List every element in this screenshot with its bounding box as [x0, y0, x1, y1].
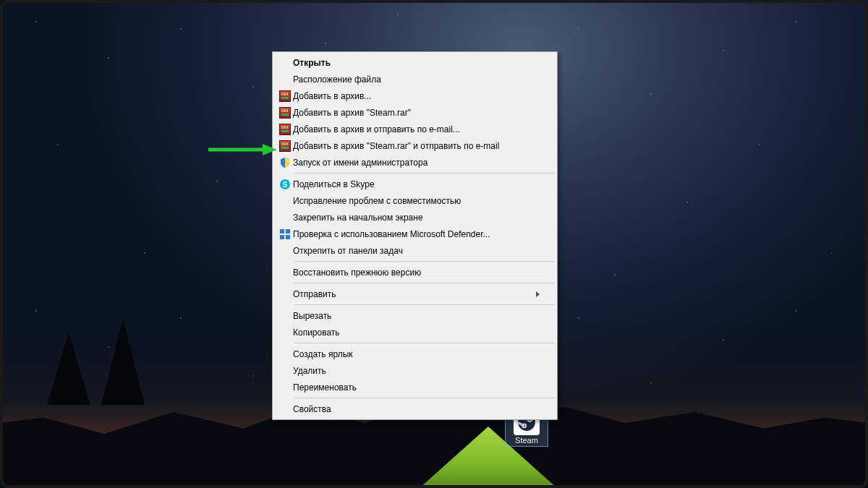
menu-icon-blank — [277, 364, 293, 377]
menu-icon-blank — [277, 266, 293, 279]
menu-item-label: Отправить — [293, 289, 536, 299]
menu-item-label: Переименовать — [293, 382, 540, 393]
menu-item[interactable]: Запуск от имени администратора — [274, 154, 556, 171]
menu-item-label: Копировать — [293, 328, 540, 338]
menu-icon-blank — [277, 211, 293, 224]
menu-icon-blank — [277, 348, 293, 361]
menu-separator — [294, 173, 555, 174]
menu-item-label: Добавить в архив "Steam.rar" — [293, 108, 540, 118]
menu-icon-blank — [277, 288, 293, 301]
menu-separator — [294, 343, 555, 343]
menu-item-label: Восстановить прежнюю версию — [293, 267, 540, 278]
winrar-icon — [277, 106, 293, 119]
menu-icon-blank — [277, 403, 293, 416]
menu-item-label: Поделиться в Skype — [293, 179, 540, 189]
menu-item[interactable]: Удалить — [274, 362, 556, 379]
menu-icon-blank — [277, 194, 293, 207]
menu-item-label: Свойства — [293, 404, 540, 414]
menu-item[interactable]: Проверка с использованием Microsoft Defe… — [274, 226, 556, 242]
menu-item-label: Добавить в архив... — [293, 91, 540, 101]
chevron-right-icon — [536, 291, 540, 297]
menu-item[interactable]: Свойства — [274, 401, 556, 417]
annotation-arrow — [205, 142, 277, 157]
menu-item[interactable]: Вырезать — [274, 307, 556, 324]
menu-item[interactable]: Добавить в архив "Steam.rar" и отправить… — [274, 137, 556, 154]
menu-item-label: Исправление проблем с совместимостью — [293, 196, 540, 206]
menu-item-label: Проверка с использованием Microsoft Defe… — [293, 229, 540, 239]
winrar-icon — [277, 123, 293, 136]
menu-item[interactable]: SПоделиться в Skype — [274, 176, 556, 192]
winrar-icon — [277, 140, 293, 153]
menu-separator — [294, 398, 555, 398]
menu-item[interactable]: Добавить в архив "Steam.rar" — [274, 104, 556, 121]
menu-item[interactable]: Открепить от панели задач — [274, 242, 556, 259]
menu-separator — [294, 261, 555, 262]
menu-item[interactable]: Исправление проблем с совместимостью — [274, 192, 556, 209]
menu-icon-blank — [277, 56, 293, 69]
menu-item[interactable]: Отправить — [274, 286, 556, 302]
menu-item[interactable]: Добавить в архив... — [274, 87, 556, 104]
menu-item-label: Запуск от имени администратора — [293, 158, 540, 168]
winrar-icon — [277, 90, 293, 103]
menu-separator — [294, 304, 555, 305]
svg-marker-11 — [263, 144, 277, 155]
defender-icon — [277, 228, 293, 241]
menu-item-label: Добавить в архив "Steam.rar" и отправить… — [293, 141, 540, 151]
menu-item-label: Вырезать — [293, 311, 540, 321]
menu-item[interactable]: Восстановить прежнюю версию — [274, 264, 556, 281]
menu-item[interactable]: Создать ярлык — [274, 346, 556, 362]
menu-item-label: Создать ярлык — [293, 349, 540, 359]
menu-icon-blank — [277, 73, 293, 86]
menu-item-label: Расположение файла — [293, 74, 540, 85]
svg-rect-9 — [286, 235, 290, 239]
svg-text:S: S — [283, 181, 288, 189]
context-menu: ОткрытьРасположение файлаДобавить в архи… — [272, 51, 558, 420]
menu-icon-blank — [277, 244, 293, 257]
menu-item-label: Добавить в архив и отправить по e-mail..… — [293, 124, 540, 134]
menu-icon-blank — [277, 381, 293, 394]
svg-rect-7 — [286, 229, 290, 234]
menu-item[interactable]: Переименовать — [274, 379, 556, 395]
menu-item[interactable]: Открыть — [274, 54, 556, 71]
menu-item[interactable]: Копировать — [274, 324, 556, 341]
menu-icon-blank — [277, 309, 293, 322]
menu-item-label: Открыть — [293, 58, 540, 68]
svg-rect-6 — [280, 229, 284, 234]
menu-item-label: Удалить — [293, 366, 540, 376]
menu-item[interactable]: Добавить в архив и отправить по e-mail..… — [274, 121, 556, 137]
skype-icon: S — [277, 178, 293, 191]
menu-icon-blank — [277, 326, 293, 339]
menu-item-label: Открепить от панели задач — [293, 246, 540, 256]
desktop-icon-label: Steam — [515, 436, 538, 445]
svg-rect-8 — [280, 235, 284, 239]
menu-item[interactable]: Расположение файла — [274, 71, 556, 87]
menu-separator — [294, 283, 555, 283]
uac-shield-icon — [277, 156, 293, 169]
menu-item-label: Закрепить на начальном экране — [293, 213, 540, 223]
menu-item[interactable]: Закрепить на начальном экране — [274, 209, 556, 226]
